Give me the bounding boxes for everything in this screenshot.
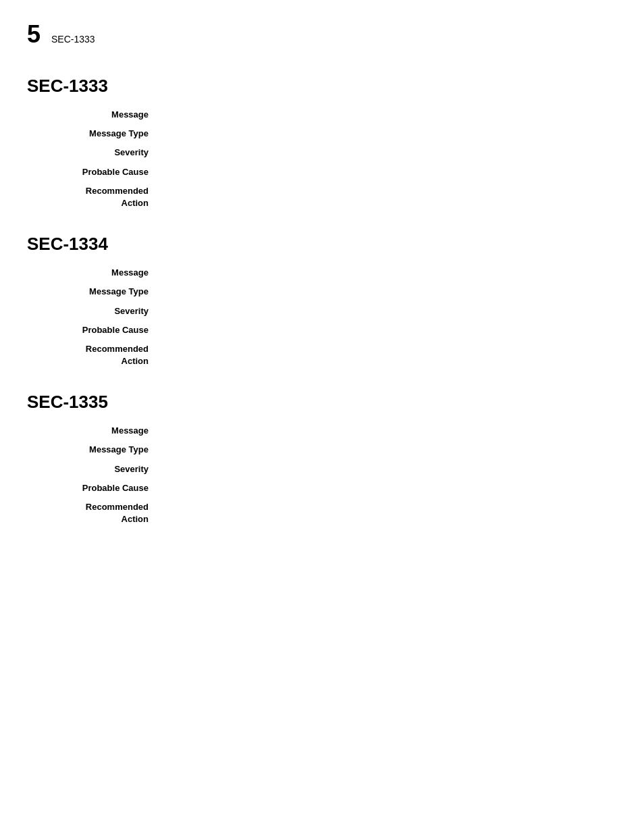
field-value-sec-1335-3 xyxy=(162,482,617,494)
field-row-sec-1334-message: Message xyxy=(27,267,617,279)
field-row-sec-1334-message-type: Message Type xyxy=(27,286,617,298)
field-value-sec-1333-2 xyxy=(162,147,617,159)
section-title-sec-1333: SEC-1333 xyxy=(27,76,617,97)
field-value-sec-1334-0 xyxy=(162,267,617,279)
field-label-sec-1333-2: Severity xyxy=(27,147,162,159)
field-row-sec-1334-probable-cause: Probable Cause xyxy=(27,324,617,336)
field-label-sec-1333-1: Message Type xyxy=(27,128,162,140)
field-row-sec-1333-message: Message xyxy=(27,109,617,121)
field-label-sec-1334-0: Message xyxy=(27,267,162,279)
field-value-sec-1333-1 xyxy=(162,128,617,140)
field-value-sec-1333-3 xyxy=(162,166,617,178)
field-value-sec-1334-4 xyxy=(162,343,617,367)
field-row-sec-1333-recommended-action: RecommendedAction xyxy=(27,185,617,209)
field-label-sec-1335-4: RecommendedAction xyxy=(27,501,162,525)
field-label-sec-1334-3: Probable Cause xyxy=(27,324,162,336)
field-value-sec-1334-1 xyxy=(162,286,617,298)
field-row-sec-1335-message-type: Message Type xyxy=(27,444,617,456)
page-header: 5 SEC-1333 xyxy=(27,20,617,49)
field-label-sec-1333-4: RecommendedAction xyxy=(27,185,162,209)
field-row-sec-1333-message-type: Message Type xyxy=(27,128,617,140)
field-row-sec-1334-recommended-action: RecommendedAction xyxy=(27,343,617,367)
field-label-sec-1335-3: Probable Cause xyxy=(27,482,162,494)
field-label-sec-1333-3: Probable Cause xyxy=(27,166,162,178)
field-value-sec-1335-2 xyxy=(162,463,617,475)
section-sec-1333: SEC-1333MessageMessage TypeSeverityProba… xyxy=(27,76,617,209)
page-subtitle: SEC-1333 xyxy=(51,34,95,45)
field-value-sec-1335-1 xyxy=(162,444,617,456)
field-label-sec-1334-2: Severity xyxy=(27,305,162,317)
field-row-sec-1333-severity: Severity xyxy=(27,147,617,159)
field-value-sec-1335-4 xyxy=(162,501,617,525)
field-label-sec-1335-2: Severity xyxy=(27,463,162,475)
field-row-sec-1335-recommended-action: RecommendedAction xyxy=(27,501,617,525)
field-row-sec-1333-probable-cause: Probable Cause xyxy=(27,166,617,178)
field-value-sec-1334-3 xyxy=(162,324,617,336)
section-sec-1334: SEC-1334MessageMessage TypeSeverityProba… xyxy=(27,234,617,367)
field-row-sec-1335-message: Message xyxy=(27,425,617,437)
field-row-sec-1335-severity: Severity xyxy=(27,463,617,475)
field-row-sec-1335-probable-cause: Probable Cause xyxy=(27,482,617,494)
field-label-sec-1333-0: Message xyxy=(27,109,162,121)
field-label-sec-1335-1: Message Type xyxy=(27,444,162,456)
field-value-sec-1334-2 xyxy=(162,305,617,317)
field-row-sec-1334-severity: Severity xyxy=(27,305,617,317)
field-label-sec-1334-1: Message Type xyxy=(27,286,162,298)
section-title-sec-1335: SEC-1335 xyxy=(27,392,617,413)
section-title-sec-1334: SEC-1334 xyxy=(27,234,617,255)
page-number: 5 xyxy=(27,20,41,49)
field-value-sec-1333-0 xyxy=(162,109,617,121)
field-label-sec-1334-4: RecommendedAction xyxy=(27,343,162,367)
field-value-sec-1335-0 xyxy=(162,425,617,437)
field-label-sec-1335-0: Message xyxy=(27,425,162,437)
section-sec-1335: SEC-1335MessageMessage TypeSeverityProba… xyxy=(27,392,617,525)
field-value-sec-1333-4 xyxy=(162,185,617,209)
